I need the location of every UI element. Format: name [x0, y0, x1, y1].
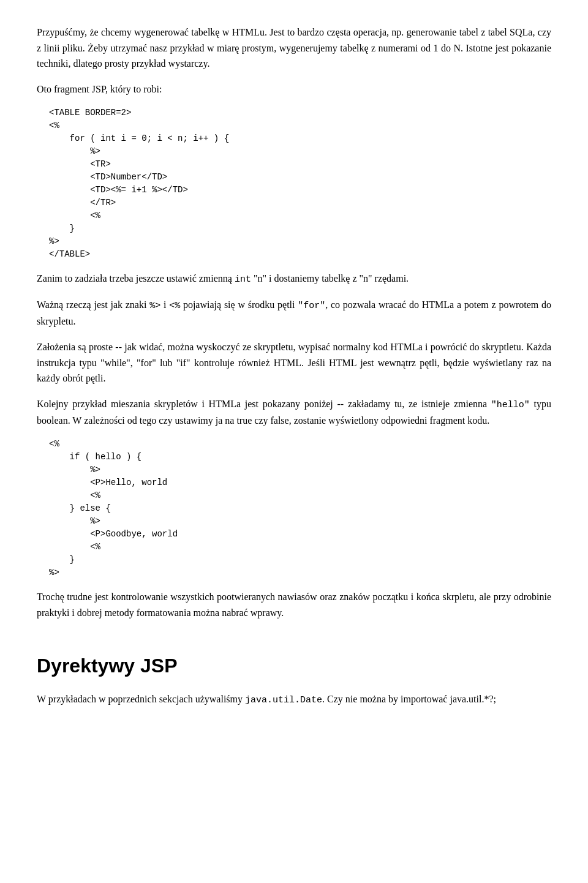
paragraph-6-code: "hello": [491, 400, 530, 410]
paragraph-5: Założenia są proste -- jak widać, można …: [37, 339, 551, 386]
paragraph-3: Zanim to zadziała trzeba jeszcze ustawić…: [37, 271, 551, 287]
paragraph-7: Trochę trudne jest kontrolowanie wszystk…: [37, 589, 551, 620]
paragraph-6-text-before: Kolejny przykład mieszania skrypletów i …: [37, 399, 491, 409]
paragraph-3-text-after: "n" i dostaniemy tabelkę z "n" rzędami.: [251, 273, 409, 284]
paragraph-4-code-2: <%: [169, 301, 180, 311]
paragraph-4-code-3: "for": [298, 301, 325, 311]
paragraph-6: Kolejny przykład mieszania skrypletów i …: [37, 396, 551, 429]
paragraph-8-text-before: W przykładach w poprzednich sekcjach uży…: [37, 694, 245, 704]
paragraph-8-text-after: . Czy nie można by importować java.util.…: [322, 694, 496, 704]
paragraph-4-text-before: Ważną rzeczą jest jak znaki: [37, 299, 149, 310]
paragraph-4-mid-2: pojawiają się w środku pętli: [180, 299, 298, 310]
paragraph-3-code-int: int: [235, 274, 251, 285]
paragraph-4-code-1: %>: [149, 301, 160, 311]
paragraph-2-intro: Oto fragment JSP, który to robi:: [37, 81, 551, 97]
paragraph-4: Ważną rzeczą jest jak znaki %> i <% poja…: [37, 297, 551, 329]
paragraph-3-text-before: Zanim to zadziała trzeba jeszcze ustawić…: [37, 273, 235, 284]
paragraph-4-mid-1: i: [160, 299, 169, 310]
paragraph-8: W przykładach w poprzednich sekcjach uży…: [37, 691, 551, 708]
paragraph-1: Przypuśćmy, że chcemy wygenerować tabelk…: [37, 24, 551, 72]
code-block-2: <% if ( hello ) { %> <P>Hello, world <% …: [37, 438, 551, 579]
section-heading-dyrektywy: Dyrektywy JSP: [37, 650, 551, 682]
paragraph-8-code: java.util.Date: [245, 695, 322, 705]
code-block-1: <TABLE BORDER=2> <% for ( int i = 0; i <…: [37, 107, 551, 261]
